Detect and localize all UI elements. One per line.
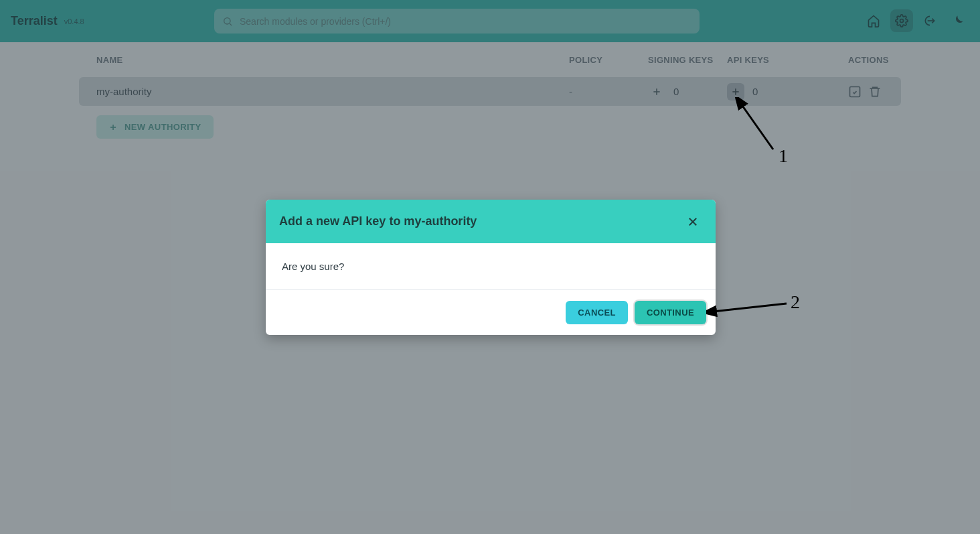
svg-line-13	[713, 304, 787, 312]
plus-icon	[651, 86, 662, 97]
dark-mode-icon	[951, 14, 965, 27]
modal-footer: CANCEL CONTINUE	[266, 289, 716, 335]
arrow-icon	[706, 291, 793, 318]
logout-button[interactable]	[918, 9, 941, 32]
col-header-signing-keys: SIGNING KEYS	[648, 55, 727, 65]
row-policy: -	[569, 86, 648, 97]
top-nav-icons	[862, 9, 969, 32]
new-authority-label: NEW AUTHORITY	[125, 122, 201, 132]
plus-icon	[108, 123, 118, 132]
row-signing-keys: 0	[648, 83, 727, 101]
svg-line-12	[741, 104, 773, 149]
col-header-name: NAME	[96, 55, 569, 65]
search-box[interactable]	[214, 9, 700, 34]
table-header-row: NAME POLICY SIGNING KEYS API KEYS ACTION…	[79, 42, 901, 77]
delete-icon[interactable]	[868, 85, 882, 98]
svg-line-1	[230, 23, 232, 25]
close-icon	[687, 216, 699, 228]
top-bar: Terralist v0.4.8	[0, 0, 980, 42]
modal-body: Are you sure?	[266, 243, 716, 289]
logout-icon	[923, 14, 936, 27]
modal-close-button[interactable]	[683, 212, 702, 231]
search-icon	[222, 16, 233, 27]
annotation-2-label: 2	[791, 291, 800, 313]
edit-icon[interactable]	[848, 85, 862, 98]
row-name: my-authority	[96, 86, 569, 97]
annotation-1-label: 1	[779, 145, 788, 167]
row-actions	[848, 85, 895, 98]
brand-version: v0.4.8	[64, 17, 84, 25]
api-keys-count: 0	[752, 86, 758, 97]
annotation-1: 1	[733, 97, 800, 171]
continue-button[interactable]: CONTINUE	[635, 301, 706, 324]
svg-point-0	[224, 17, 230, 23]
main-content: NAME POLICY SIGNING KEYS API KEYS ACTION…	[0, 42, 980, 139]
col-header-api-keys: API KEYS	[727, 55, 848, 65]
confirm-modal: Add a new API key to my-authority Are yo…	[266, 200, 716, 335]
new-authority-button[interactable]: NEW AUTHORITY	[96, 115, 214, 139]
add-signing-key-button[interactable]	[648, 83, 665, 101]
modal-header: Add a new API key to my-authority	[266, 200, 716, 243]
home-icon	[867, 14, 880, 27]
brand-name: Terralist	[11, 14, 58, 28]
modal-title: Add a new API key to my-authority	[279, 214, 477, 228]
cancel-button[interactable]: CANCEL	[566, 301, 628, 324]
dark-mode-button[interactable]	[947, 9, 969, 32]
col-header-policy: POLICY	[569, 55, 648, 65]
plus-icon	[730, 86, 741, 97]
settings-icon	[895, 14, 908, 27]
home-button[interactable]	[862, 9, 885, 32]
svg-rect-7	[850, 86, 860, 96]
signing-keys-count: 0	[673, 86, 679, 97]
annotation-2: 2	[706, 291, 813, 318]
col-header-actions: ACTIONS	[848, 55, 895, 65]
svg-point-2	[900, 19, 904, 23]
search-input[interactable]	[240, 16, 691, 27]
settings-button[interactable]	[890, 9, 913, 32]
authorities-table: NAME POLICY SIGNING KEYS API KEYS ACTION…	[0, 42, 980, 139]
